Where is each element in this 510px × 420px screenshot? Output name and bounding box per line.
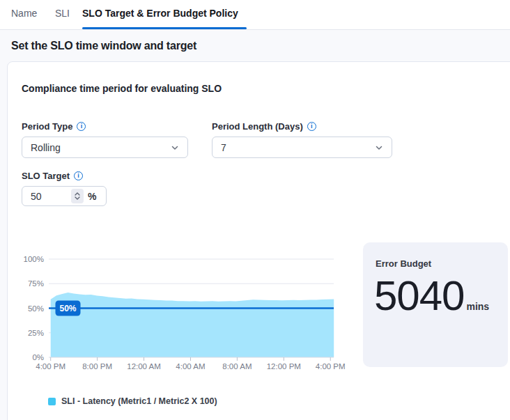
- error-budget-value: 5040: [374, 273, 464, 319]
- sli-preview-chart: 0%25%50%75%100%4:00 PM8:00 PM12:00 AM4:0…: [18, 238, 353, 377]
- svg-text:0%: 0%: [32, 353, 44, 361]
- svg-text:75%: 75%: [28, 279, 44, 288]
- slo-edit-page: Name SLI SLO Target & Error Budget Polic…: [0, 0, 510, 420]
- svg-text:100%: 100%: [24, 255, 44, 263]
- svg-text:12:00 PM: 12:00 PM: [267, 362, 301, 371]
- slo-target-label: SLO Target: [22, 171, 83, 181]
- svg-text:4:00 PM: 4:00 PM: [36, 362, 65, 371]
- slo-target-label-text: SLO Target: [22, 171, 70, 181]
- period-type-value: Rolling: [31, 142, 61, 153]
- chart-legend: SLI - Latency (Metric1 / Metric2 X 100): [48, 396, 217, 406]
- svg-text:4:00 AM: 4:00 AM: [176, 362, 205, 371]
- slo-target-stepper[interactable]: [71, 189, 84, 203]
- period-type-label: Period Type: [22, 121, 86, 132]
- period-length-label-text: Period Length (Days): [212, 121, 303, 132]
- error-budget-title: Error Budget: [376, 258, 431, 269]
- chevron-down-icon: [375, 143, 383, 152]
- error-budget-value-row: 5040 mins: [374, 273, 489, 319]
- compliance-section-title: Compliance time period for evaluating SL…: [22, 83, 222, 94]
- error-budget-unit: mins: [466, 301, 489, 312]
- period-length-select[interactable]: 7: [212, 137, 392, 158]
- percent-suffix: %: [88, 191, 96, 202]
- period-type-select[interactable]: Rolling: [22, 137, 188, 158]
- slo-settings-panel: Compliance time period for evaluating SL…: [7, 61, 510, 420]
- period-length-value: 7: [221, 142, 226, 153]
- active-tab-underline: [82, 27, 247, 29]
- svg-text:25%: 25%: [28, 329, 44, 337]
- info-icon[interactable]: [77, 122, 86, 131]
- form-tabs: Name SLI SLO Target & Error Budget Polic…: [0, 0, 510, 30]
- tab-slo-target-error-budget-policy[interactable]: SLO Target & Error Budget Policy: [82, 8, 238, 19]
- tab-sli[interactable]: SLI: [55, 8, 70, 19]
- period-type-label-text: Period Type: [22, 121, 72, 132]
- page-title: Set the SLO time window and target: [11, 40, 196, 52]
- error-budget-card: Error Budget 5040 mins: [363, 242, 508, 367]
- slo-target-field: %: [22, 186, 107, 206]
- slo-target-input[interactable]: [31, 191, 67, 202]
- svg-text:50%: 50%: [59, 304, 76, 313]
- info-icon[interactable]: [74, 171, 83, 180]
- svg-text:8:00 AM: 8:00 AM: [222, 362, 252, 371]
- legend-swatch: [48, 398, 56, 405]
- chevron-up-icon: [75, 192, 80, 196]
- tab-name[interactable]: Name: [11, 8, 37, 19]
- chevron-down-icon: [75, 196, 80, 200]
- period-length-label: Period Length (Days): [212, 121, 316, 132]
- legend-label: SLI - Latency (Metric1 / Metric2 X 100): [61, 396, 217, 406]
- svg-text:4:00 PM: 4:00 PM: [316, 362, 346, 371]
- svg-text:12:00 AM: 12:00 AM: [127, 362, 161, 371]
- chevron-down-icon: [171, 143, 179, 152]
- svg-text:50%: 50%: [28, 304, 44, 313]
- info-icon[interactable]: [307, 122, 316, 131]
- svg-text:8:00 PM: 8:00 PM: [82, 362, 112, 371]
